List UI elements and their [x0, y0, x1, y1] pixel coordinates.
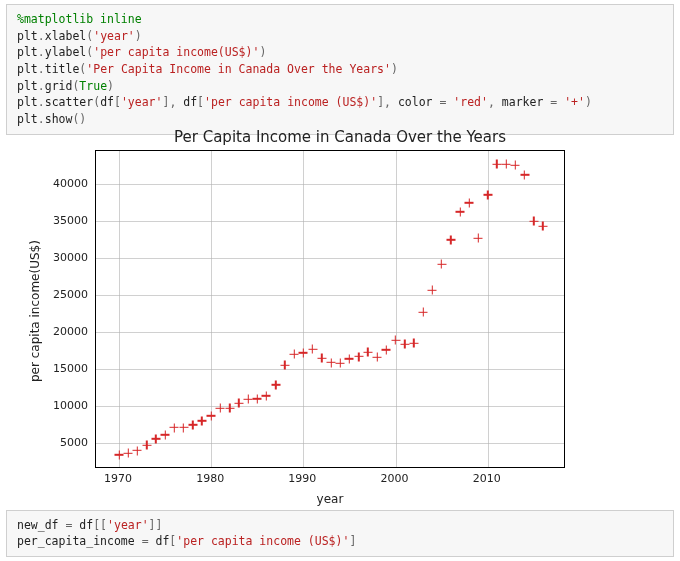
data-point	[253, 394, 262, 403]
code-line: plt.ylabel('per capita income(US$)')	[17, 44, 663, 61]
data-point	[124, 449, 133, 458]
data-point	[400, 340, 409, 349]
data-point	[345, 354, 354, 363]
grid-line	[488, 151, 489, 467]
axes-area	[95, 150, 565, 468]
y-tick-label: 25000	[18, 288, 88, 301]
data-point	[290, 350, 299, 359]
data-point	[354, 352, 363, 361]
x-tick-label: 1970	[104, 472, 132, 485]
data-point	[197, 416, 206, 425]
y-tick-label: 5000	[18, 436, 88, 449]
data-point	[244, 395, 253, 404]
grid-line	[96, 406, 564, 407]
data-point	[363, 348, 372, 357]
data-point	[327, 358, 336, 367]
data-point	[373, 353, 382, 362]
data-point	[317, 354, 326, 363]
data-point	[502, 160, 511, 169]
data-point	[336, 359, 345, 368]
y-tick-label: 10000	[18, 399, 88, 412]
data-point	[151, 434, 160, 443]
x-tick-label: 1980	[196, 472, 224, 485]
plot-output: Per Capita Income in Canada Over the Yea…	[0, 122, 680, 522]
x-tick-label: 2010	[473, 472, 501, 485]
code-line: new_df = df[['year']]	[17, 517, 663, 534]
data-point	[271, 380, 280, 389]
data-point	[520, 170, 529, 179]
x-tick-label: 2000	[381, 472, 409, 485]
grid-line	[303, 151, 304, 467]
y-tick-label: 15000	[18, 362, 88, 375]
code-line: %matplotlib inline	[17, 11, 663, 28]
y-tick-label: 40000	[18, 177, 88, 190]
grid-line	[211, 151, 212, 467]
data-point	[170, 423, 179, 432]
data-point	[538, 222, 547, 231]
code-cell-bottom[interactable]: new_df = df[['year']]per_capita_income =…	[6, 510, 674, 557]
grid-line	[119, 151, 120, 467]
data-point	[179, 423, 188, 432]
y-tick-label: 35000	[18, 214, 88, 227]
data-point	[161, 430, 170, 439]
grid-line	[96, 369, 564, 370]
grid-line	[96, 443, 564, 444]
x-tick-label: 1990	[288, 472, 316, 485]
data-point	[428, 286, 437, 295]
chart-title: Per Capita Income in Canada Over the Yea…	[0, 128, 680, 146]
data-point	[465, 198, 474, 207]
data-point	[409, 339, 418, 348]
data-point	[446, 235, 455, 244]
data-point	[419, 308, 428, 317]
data-point	[188, 420, 197, 429]
grid-line	[96, 295, 564, 296]
code-line: plt.scatter(df['year'], df['per capita i…	[17, 94, 663, 111]
grid-line	[96, 221, 564, 222]
data-point	[474, 234, 483, 243]
grid-line	[396, 151, 397, 467]
data-point	[492, 160, 501, 169]
data-point	[437, 260, 446, 269]
grid-line	[96, 332, 564, 333]
code-line: plt.grid(True)	[17, 78, 663, 95]
data-point	[456, 207, 465, 216]
data-point	[133, 446, 142, 455]
code-line: plt.title('Per Capita Income in Canada O…	[17, 61, 663, 78]
data-point	[262, 391, 271, 400]
jupyter-page: %matplotlib inlineplt.xlabel('year')plt.…	[0, 0, 680, 561]
code-line: plt.xlabel('year')	[17, 28, 663, 45]
code-line: per_capita_income = df['per capita incom…	[17, 533, 663, 550]
data-point	[308, 345, 317, 354]
code-cell-top[interactable]: %matplotlib inlineplt.xlabel('year')plt.…	[6, 4, 674, 135]
y-tick-label: 30000	[18, 251, 88, 264]
x-axis-label: year	[317, 492, 344, 506]
data-point	[511, 161, 520, 170]
y-tick-label: 20000	[18, 325, 88, 338]
data-point	[382, 345, 391, 354]
grid-line	[96, 258, 564, 259]
grid-line	[96, 184, 564, 185]
